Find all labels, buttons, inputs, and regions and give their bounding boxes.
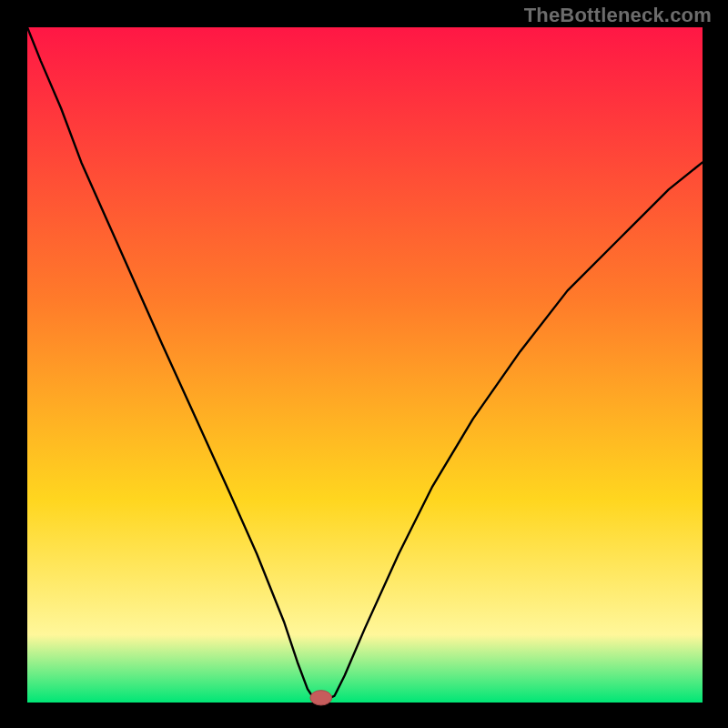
optimal-point-marker — [310, 691, 332, 705]
chart-container: { "watermark": "TheBottleneck.com", "col… — [0, 0, 728, 728]
bottleneck-chart — [0, 0, 728, 728]
plot-background — [27, 27, 703, 703]
watermark-text: TheBottleneck.com — [524, 4, 712, 27]
